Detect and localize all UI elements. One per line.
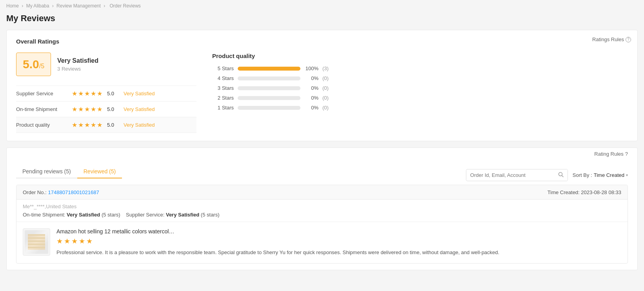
- tab-reviewed[interactable]: Reviewed (5): [77, 165, 122, 178]
- bar-row-4: 4 Stars 0% (0): [212, 75, 628, 81]
- bar-row-5: 5 Stars 100% (3): [212, 65, 628, 71]
- search-box: [466, 169, 568, 181]
- time-created: Time Created: 2023-08-28 08:33: [548, 189, 621, 195]
- bar-track-3: [238, 86, 300, 90]
- score-block: 5.0/5 Very Satisfied 3 Reviews: [16, 53, 196, 76]
- svg-line-1: [562, 175, 563, 177]
- product-review: Amazon hot selling 12 metallic colors wa…: [16, 222, 628, 263]
- breadcrumb: Home › My Alibaba › Review Management › …: [6, 0, 638, 10]
- stars-shipment: ★ ★ ★ ★ ★: [72, 105, 102, 113]
- overall-ratings-card: Ratings Rules ? Overall Ratings 5.0/5 Ve…: [6, 30, 638, 141]
- ratings-rules-link[interactable]: Ratings Rules ?: [592, 36, 631, 42]
- stars-quality: ★ ★ ★ ★ ★: [72, 121, 102, 129]
- bar-track-4: [238, 76, 300, 80]
- product-thumbnail: [23, 228, 50, 256]
- page-title: My Reviews: [6, 13, 638, 24]
- reviews-section: Rating Rules ? Pending reviews (5) Revie…: [6, 147, 638, 270]
- product-quality-section: Product quality 5 Stars 100% (3) 4 Stars: [212, 53, 628, 111]
- rating-row-shipment: On-time Shipment ★ ★ ★ ★ ★ 5.0 Very Sati…: [16, 102, 196, 117]
- overall-ratings-title: Overall Ratings: [16, 38, 628, 45]
- score-box: 5.0/5: [16, 53, 51, 76]
- info-icon-2: ?: [625, 151, 628, 157]
- order-block: Order No.: 174880718001021687 Time Creat…: [16, 185, 628, 264]
- rating-row-supplier: Supplier Service ★ ★ ★ ★ ★ 5.0 Very Sati…: [16, 85, 196, 102]
- ratings-content: 5.0/5 Very Satisfied 3 Reviews Supplier …: [16, 53, 628, 133]
- product-stars: ★ ★ ★ ★ ★: [56, 237, 621, 246]
- order-no: Order No.: 174880718001021687: [23, 189, 99, 195]
- bar-row-2: 2 Stars 0% (0): [212, 95, 628, 101]
- order-header: Order No.: 174880718001021687 Time Creat…: [16, 185, 628, 200]
- search-sort-row: Sort By : Time Created ▾: [466, 169, 628, 181]
- ratings-left: 5.0/5 Very Satisfied 3 Reviews Supplier …: [16, 53, 196, 133]
- order-meta: Me**_****,United States On-time Shipment…: [16, 200, 628, 222]
- search-input[interactable]: [466, 170, 554, 180]
- chevron-down-icon: ▾: [626, 173, 628, 177]
- product-thumb-img: [25, 230, 48, 254]
- rating-row-quality: Product quality ★ ★ ★ ★ ★ 5.0 Very Satis…: [16, 117, 196, 133]
- bar-row-1: 1 Stars 0% (0): [212, 105, 628, 111]
- bar-row-3: 3 Stars 0% (0): [212, 85, 628, 91]
- tabs-and-search: Pending reviews (5) Reviewed (5) Sort By…: [16, 165, 628, 185]
- product-info: Amazon hot selling 12 metallic colors wa…: [56, 228, 621, 257]
- rating-rows: Supplier Service ★ ★ ★ ★ ★ 5.0 Very Sati…: [16, 85, 196, 133]
- tab-pending[interactable]: Pending reviews (5): [16, 165, 77, 178]
- buyer-info: Me**_****,United States: [23, 204, 621, 209]
- sort-by[interactable]: Sort By : Time Created ▾: [573, 172, 628, 178]
- info-icon: ?: [626, 37, 631, 42]
- search-button[interactable]: [554, 169, 568, 181]
- stars-supplier: ★ ★ ★ ★ ★: [72, 90, 102, 97]
- shipment-info: On-time Shipment: Very Satisfied (5 star…: [23, 212, 621, 218]
- bar-fill-5: [238, 67, 300, 71]
- tabs: Pending reviews (5) Reviewed (5): [16, 165, 122, 178]
- score-meta: Very Satisfied 3 Reviews: [57, 57, 98, 72]
- bar-track-1: [238, 106, 300, 110]
- bar-track-5: [238, 67, 300, 71]
- rating-rules-link-2[interactable]: Rating Rules ?: [594, 151, 628, 157]
- bar-track-2: [238, 96, 300, 100]
- bar-rows: 5 Stars 100% (3) 4 Stars 0%: [212, 65, 628, 111]
